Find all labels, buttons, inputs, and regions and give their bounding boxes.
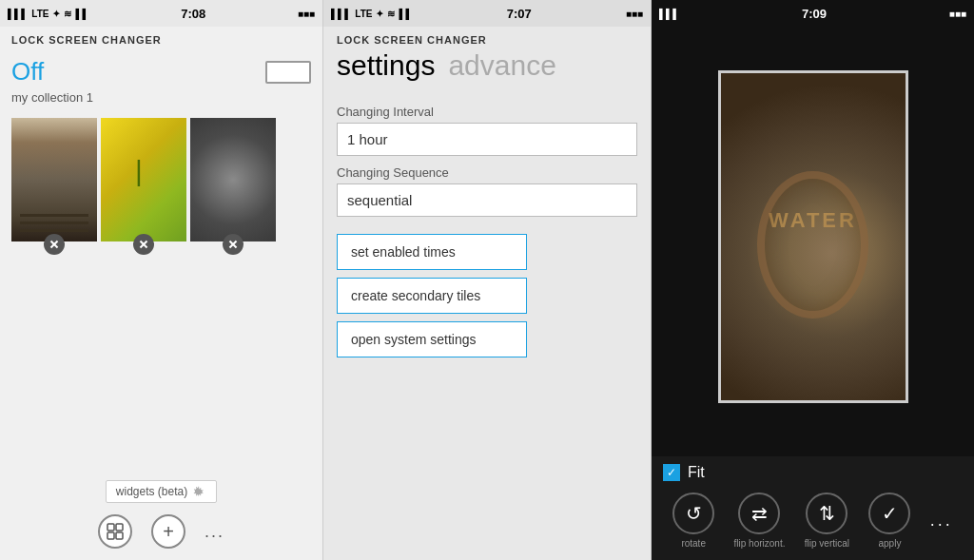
- settings-nav: settings advance: [337, 49, 637, 82]
- rotate-icon: ↺: [686, 502, 702, 525]
- panel2-content: Changing Interval Changing Sequence set …: [323, 82, 651, 378]
- sequence-label: Changing Sequence: [337, 165, 637, 180]
- fit-row: Fit: [663, 464, 963, 481]
- apply-icon: ✓: [882, 502, 898, 525]
- toggle-row: Off: [0, 53, 322, 90]
- manhole-image: [190, 118, 276, 241]
- thumb-wrapper-manhole: [190, 118, 276, 241]
- tab-advanced[interactable]: advance: [448, 49, 555, 82]
- flip-horizontal-button[interactable]: ⇄ flip horizont.: [734, 492, 786, 549]
- apply-label: apply: [878, 538, 901, 549]
- collection-label: my collection 1: [0, 90, 322, 110]
- apply-button[interactable]: ✓ apply: [868, 492, 910, 549]
- thumb-wrapper-bridge: [11, 118, 97, 241]
- rotate-label: rotate: [681, 538, 706, 549]
- remove-manhole-button[interactable]: [223, 234, 244, 255]
- remove-dragonfly-button[interactable]: [133, 234, 154, 255]
- photo-frame: [718, 70, 908, 403]
- lte-label: LTE: [31, 9, 49, 19]
- bluetooth-icon: ✦: [52, 9, 60, 19]
- flip-v-circle: ⇅: [806, 492, 847, 534]
- battery-icon-1: ■■■: [298, 9, 315, 19]
- status-right-3: ■■■: [949, 9, 966, 19]
- status-right-2: ■■■: [626, 9, 643, 19]
- app-header-1: LOCK SCREEN CHANGER: [0, 27, 322, 53]
- battery-icon-3: ■■■: [949, 9, 966, 19]
- panel1-bottom: widgets (beta) + ...: [0, 465, 322, 560]
- signal-icon: ▌▌▌: [8, 9, 28, 19]
- time-display-1: 7:08: [181, 7, 205, 21]
- rotate-button[interactable]: ↺ rotate: [672, 492, 714, 549]
- thumb-dragonfly[interactable]: [101, 118, 186, 241]
- action-buttons: set enabled times create secondary tiles…: [337, 234, 637, 357]
- lte-label-2: LTE: [355, 9, 372, 19]
- flip-v-label: flip vertical: [805, 538, 849, 549]
- panel-1: ▌▌▌ LTE ✦ ≋ ▌▌ 7:08 ■■■ LOCK SCREEN CHAN…: [0, 0, 323, 560]
- svg-rect-2: [107, 532, 114, 539]
- apply-circle: ✓: [868, 492, 910, 534]
- thumb-wrapper-dragonfly: [101, 118, 186, 241]
- toggle-switch[interactable]: [265, 61, 311, 84]
- bottom-toolbar: + ...: [98, 514, 224, 549]
- toggle-off-label: Off: [11, 57, 44, 87]
- signal-icon-2: ▌▌▌: [331, 9, 351, 19]
- status-left-3: ▌▌▌: [659, 9, 679, 19]
- app-title-2: LOCK SCREEN CHANGER: [337, 34, 637, 46]
- time-display-3: 7:09: [802, 7, 827, 21]
- status-right-icons-1: ■■■: [298, 9, 315, 19]
- create-secondary-tiles-button[interactable]: create secondary tiles: [337, 278, 527, 314]
- status-bar-3: ▌▌▌ 7:09 ■■■: [652, 0, 974, 27]
- dragonfly-image: [101, 118, 186, 241]
- image-grid: [0, 110, 322, 249]
- thumb-manhole[interactable]: [190, 118, 276, 241]
- gallery-button[interactable]: [98, 514, 132, 549]
- panel2-header: LOCK SCREEN CHANGER settings advance: [323, 27, 651, 82]
- svg-rect-1: [116, 524, 123, 531]
- gear-icon: [193, 485, 206, 498]
- wifi-icon: ≋: [64, 9, 71, 19]
- photo-bottom: Fit ↺ rotate ⇄ flip horizont.: [652, 456, 974, 560]
- time-display-2: 7:07: [507, 7, 532, 21]
- more-button-1[interactable]: ...: [205, 522, 224, 542]
- add-button[interactable]: +: [151, 514, 185, 549]
- wifi-icon-2: ≋: [387, 9, 395, 19]
- flip-vertical-button[interactable]: ⇅ flip vertical: [805, 492, 849, 549]
- plus-icon: +: [163, 521, 174, 543]
- status-left-2: ▌▌▌ LTE ✦ ≋ ▌▌: [331, 9, 413, 19]
- action-row: ↺ rotate ⇄ flip horizont. ⇅ flip vertica…: [663, 489, 963, 552]
- photo-viewer: Fit ↺ rotate ⇄ flip horizont.: [652, 0, 974, 560]
- open-system-settings-button[interactable]: open system settings: [337, 321, 527, 357]
- signal-icon-3: ▌▌▌: [659, 9, 679, 19]
- widgets-beta-label: widgets (beta): [116, 485, 187, 498]
- panel-2: ▌▌▌ LTE ✦ ≋ ▌▌ 7:07 ■■■ LOCK SCREEN CHAN…: [323, 0, 652, 560]
- photo-container: [652, 0, 974, 456]
- fit-checkbox[interactable]: [663, 464, 680, 481]
- panel-3: ▌▌▌ 7:09 ■■■ Fit ↺ rotate: [652, 0, 974, 560]
- more-button-3[interactable]: ...: [930, 511, 953, 531]
- status-bar-2: ▌▌▌ LTE ✦ ≋ ▌▌ 7:07 ■■■: [323, 0, 651, 27]
- status-bar-1: ▌▌▌ LTE ✦ ≋ ▌▌ 7:08 ■■■: [0, 0, 322, 27]
- bridge-image: [11, 118, 97, 241]
- tab-settings[interactable]: settings: [337, 49, 435, 82]
- status-left-icons: ▌▌▌ LTE ✦ ≋ ▌▌: [8, 9, 89, 19]
- signal2-icon: ▌▌: [75, 9, 88, 19]
- gallery-icon: [107, 523, 124, 540]
- signal2-icon-2: ▌▌: [399, 9, 412, 19]
- remove-bridge-button[interactable]: [44, 234, 65, 255]
- flip-h-icon: ⇄: [751, 502, 768, 525]
- app-title-1: LOCK SCREEN CHANGER: [11, 34, 311, 46]
- interval-input[interactable]: [337, 123, 637, 156]
- bluetooth-icon-2: ✦: [376, 9, 383, 19]
- thumb-bridge[interactable]: [11, 118, 97, 241]
- widgets-beta-button[interactable]: widgets (beta): [106, 480, 217, 503]
- flip-h-circle: ⇄: [738, 492, 780, 534]
- svg-rect-0: [107, 524, 114, 531]
- flip-h-label: flip horizont.: [734, 538, 786, 549]
- battery-icon-2: ■■■: [626, 9, 643, 19]
- fit-label: Fit: [688, 464, 705, 481]
- sequence-input[interactable]: [337, 183, 637, 217]
- flip-v-icon: ⇅: [819, 502, 835, 525]
- set-enabled-times-button[interactable]: set enabled times: [337, 234, 527, 270]
- svg-rect-3: [116, 532, 123, 539]
- rotate-circle: ↺: [672, 492, 714, 534]
